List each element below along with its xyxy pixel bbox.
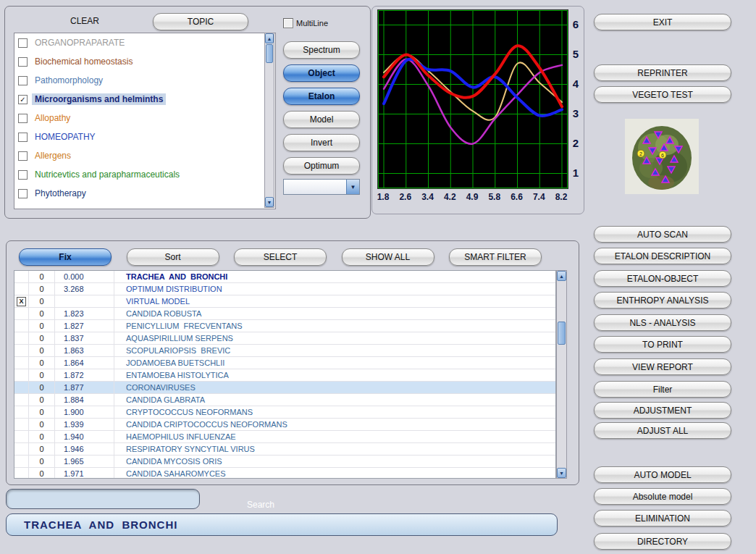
row-mark-cell[interactable]: X — [14, 295, 29, 307]
result-row[interactable]: 01.827PENICYLLIUM FRECVENTANS — [14, 320, 555, 332]
chevron-down-icon[interactable]: ▼ — [346, 180, 359, 194]
result-row[interactable]: 03.268OPTIMUM DISTRIBUTION — [14, 283, 555, 295]
mode-button-model[interactable]: Model — [283, 111, 360, 128]
button-vegeto-test[interactable]: VEGETO TEST — [594, 86, 731, 103]
result-row[interactable]: 01.837AQUASPIRILLIUM SERPENS — [14, 332, 555, 345]
category-checkbox[interactable] — [18, 133, 28, 142]
scroll-down-icon[interactable]: ▼ — [265, 197, 274, 207]
result-row[interactable]: 01.946RESPIRATORY SYNCYTIAL VIRUS — [14, 443, 555, 456]
result-row[interactable]: 01.940HAEMOPHILUS INFLUENZAE — [14, 431, 555, 443]
mode-button-invert[interactable]: Invert — [283, 134, 360, 151]
row-mark-cell[interactable] — [14, 431, 29, 442]
button-etalon-description[interactable]: ETALON DESCRIPTION — [594, 248, 731, 264]
button-view-report[interactable]: VIEW REPORT — [594, 358, 731, 375]
button-directory[interactable]: DIRECTORY — [594, 533, 731, 550]
toolbar-button-sort[interactable]: Sort — [127, 248, 219, 266]
mode-button-etalon[interactable]: Etalon — [283, 88, 360, 105]
category-item[interactable]: Nutricevtics and parapharmaceuticals — [14, 165, 275, 184]
result-row[interactable]: 01.823CANDIDA ROBUSTA — [14, 308, 555, 320]
category-item[interactable]: Biochemical homeostasis — [14, 52, 275, 71]
button-reprinter[interactable]: REPRINTER — [594, 64, 731, 81]
category-checkbox[interactable] — [18, 114, 28, 123]
row-mark-cell[interactable] — [14, 332, 29, 344]
result-row[interactable]: 01.864JODAMOEBA BUETSCHLII — [14, 357, 555, 369]
category-item[interactable]: Allergens — [14, 146, 275, 165]
category-checkbox[interactable] — [18, 151, 28, 161]
scroll-down-icon[interactable]: ▼ — [557, 468, 566, 478]
multiline-checkbox[interactable]: MultiLine — [283, 18, 328, 28]
results-table[interactable]: 00.000TRACHEA AND BRONCHI03.268OPTIMUM D… — [14, 270, 556, 479]
category-checkbox[interactable] — [18, 189, 28, 198]
row-mark-cell[interactable] — [14, 271, 29, 282]
result-row[interactable]: 00.000TRACHEA AND BRONCHI — [14, 271, 555, 283]
toolbar-button-select[interactable]: SELECT — [234, 248, 327, 266]
topic-button[interactable]: TOPIC — [153, 13, 248, 30]
row-mark-cell[interactable] — [14, 357, 29, 369]
category-item[interactable]: HOMEOPATHY — [14, 127, 275, 146]
etalon-combobox[interactable]: ▼ — [283, 179, 360, 195]
checkbox-icon[interactable] — [283, 18, 293, 28]
search-input[interactable] — [6, 489, 200, 509]
organ-image[interactable]: 26 — [625, 119, 699, 194]
button-auto-model[interactable]: AUTO MODEL — [594, 466, 731, 483]
button-auto-scan[interactable]: AUTO SCAN — [594, 226, 731, 243]
result-row[interactable]: X0VIRTUAL MODEL — [14, 295, 555, 308]
category-list-scrollbar[interactable]: ▲ ▼ — [264, 33, 274, 208]
button-filter[interactable]: Filter — [594, 381, 731, 398]
button-adjustment[interactable]: ADJUSTMENT — [594, 402, 731, 419]
result-row[interactable]: 01.884CANDIDA GLABRATA — [14, 394, 555, 406]
row-mark-cell[interactable] — [14, 308, 29, 319]
row-mark-cell[interactable] — [14, 394, 29, 406]
mode-button-optimum[interactable]: Optimum — [283, 157, 360, 175]
category-checkbox[interactable] — [18, 57, 28, 67]
category-list[interactable]: ORGANOPRAPARATEBiochemical homeostasisPa… — [14, 33, 276, 209]
mode-button-spectrum[interactable]: Spectrum — [283, 41, 360, 59]
category-item[interactable]: ORGANOPRAPARATE — [14, 33, 275, 52]
row-mark-cell[interactable] — [14, 406, 29, 418]
button-absolute-model[interactable]: Absolute model — [594, 488, 731, 505]
scroll-up-icon[interactable]: ▲ — [557, 271, 566, 281]
row-mark-cell[interactable] — [14, 419, 29, 430]
result-row[interactable]: 01.863SCOPULARIOPSIS BREVIC — [14, 345, 555, 357]
toolbar-button-show-all[interactable]: SHOW ALL — [342, 248, 434, 266]
button-adjust-all[interactable]: ADJUST ALL — [594, 422, 731, 439]
toolbar-button-smart-filter[interactable]: SMART FILTER — [449, 248, 542, 266]
button-exit[interactable]: EXIT — [594, 14, 731, 30]
result-row[interactable]: 01.877CORONAVIRUSES — [14, 382, 555, 394]
mode-button-object[interactable]: Object — [283, 64, 360, 82]
button-elimination[interactable]: ELIMINATION — [594, 510, 731, 526]
row-mark-cell[interactable] — [14, 320, 29, 332]
results-scrollbar[interactable]: ▲ ▼ — [556, 270, 567, 479]
row-mark-cell[interactable] — [14, 369, 29, 381]
row-mark-cell[interactable] — [14, 443, 29, 455]
row-mark-cell[interactable] — [14, 456, 29, 467]
category-item[interactable]: Allopathy — [14, 109, 275, 127]
category-checkbox[interactable]: ✓ — [18, 95, 28, 104]
toolbar-button-fix[interactable]: Fix — [19, 248, 112, 266]
category-item[interactable]: Phytotherapy — [14, 184, 275, 203]
scroll-thumb[interactable] — [266, 44, 273, 63]
category-checkbox[interactable] — [18, 170, 28, 180]
result-row[interactable]: 01.939CANDIDA CRIPTOCOCCUS NEOFORMANS — [14, 419, 555, 431]
category-item[interactable]: ✓Microorganisms and helminths — [14, 90, 275, 109]
row-value-cell: 1.863 — [55, 345, 114, 356]
scroll-up-icon[interactable]: ▲ — [265, 33, 274, 43]
mode-button-column: SpectrumObjectEtalonModelInvertOptimum — [283, 41, 360, 175]
button-to-print[interactable]: TO PRINT — [594, 336, 731, 353]
scroll-thumb[interactable] — [558, 322, 566, 345]
button-nls-analysis[interactable]: NLS - ANALYSIS — [594, 314, 731, 331]
category-checkbox[interactable] — [18, 38, 28, 48]
row-mark-cell[interactable] — [14, 382, 29, 393]
result-row[interactable]: 01.965CANDIDA MYCOSIS ORIS — [14, 456, 555, 468]
button-etalon-object[interactable]: ETALON-OBJECT — [594, 270, 731, 287]
result-row[interactable]: 01.872ENTAMOEBA HISTOLYTICA — [14, 369, 555, 382]
result-row[interactable]: 01.900CRYPTOCOCCUS NEOFORMANS — [14, 406, 555, 419]
row-mark-cell[interactable] — [14, 345, 29, 356]
clear-button[interactable]: CLEAR — [49, 16, 121, 26]
category-checkbox[interactable] — [18, 76, 28, 85]
result-row[interactable]: 01.971CANDIDA SAHAROMYCES — [14, 468, 555, 479]
category-item[interactable]: Pathomorphology — [14, 71, 275, 90]
row-mark-cell[interactable] — [14, 468, 29, 479]
row-mark-cell[interactable] — [14, 283, 29, 295]
button-enthropy-analysis[interactable]: ENTHROPY ANALYSIS — [594, 292, 731, 309]
